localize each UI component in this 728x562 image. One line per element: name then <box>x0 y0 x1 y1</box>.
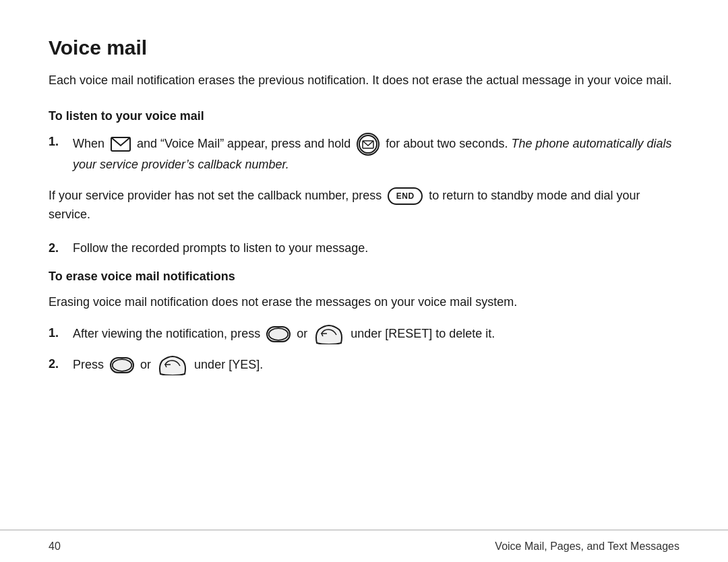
end-button-icon: END <box>388 187 423 205</box>
svg-point-4 <box>113 359 131 371</box>
svg-point-3 <box>269 328 288 340</box>
callback-paragraph: If your service provider has not set the… <box>49 187 679 224</box>
section2-heading: To erase voice mail notifications <box>49 270 679 284</box>
erase-step1-row: 1. After viewing the notification, press… <box>49 324 679 344</box>
erase-step1-content: After viewing the notification, press or <box>73 324 679 344</box>
erase-step1-number: 1. <box>49 324 67 343</box>
erase-step1-or: or <box>297 327 307 340</box>
arrow-button-icon-1 <box>313 324 344 344</box>
step2-number: 2. <box>49 239 67 258</box>
mail-envelope-icon <box>111 137 131 152</box>
mail-button-icon <box>357 133 380 156</box>
step1-content: When and “Voice Mail” appear, press and … <box>73 133 679 175</box>
footer-page-number: 40 <box>49 540 61 553</box>
soft-button-icon-1 <box>266 326 291 342</box>
step1-text-middle: and “Voice Mail” appear, press and hold <box>137 137 351 150</box>
step1-row: 1. When and “Voice Mail” appear, press a… <box>49 133 679 175</box>
section2: To erase voice mail notifications Erasin… <box>49 270 679 375</box>
step1-number: 1. <box>49 133 67 152</box>
soft-button-icon-2 <box>110 357 134 373</box>
erase-step2-row: 2. Press or under [ <box>49 355 679 375</box>
section1-heading: To listen to your voice mail <box>49 109 679 123</box>
step1-text-after: for about two seconds. <box>386 137 508 150</box>
intro-paragraph: Each voice mail notification erases the … <box>49 71 679 90</box>
erase-step1-after: under [RESET] to delete it. <box>351 327 495 340</box>
step2-row: 2. Follow the recorded prompts to listen… <box>49 239 679 258</box>
page-title: Voice mail <box>49 36 679 59</box>
callback-text-before: If your service provider has not set the… <box>49 189 382 202</box>
page: Voice mail Each voice mail notification … <box>0 0 728 562</box>
svg-point-1 <box>359 135 377 153</box>
erase-step2-content: Press or under [YES]. <box>73 355 679 375</box>
section1: To listen to your voice mail 1. When and… <box>49 109 679 175</box>
erase-step2-after: under [YES]. <box>194 358 263 371</box>
erase-step2-or: or <box>140 358 151 371</box>
step2-content: Follow the recorded prompts to listen to… <box>73 239 679 258</box>
step2-block: 2. Follow the recorded prompts to listen… <box>49 239 679 258</box>
step1-text-before: When <box>73 137 104 150</box>
footer: 40 Voice Mail, Pages, and Text Messages <box>0 530 728 562</box>
section2-intro: Erasing voice mail notification does not… <box>49 293 679 312</box>
footer-title: Voice Mail, Pages, and Text Messages <box>495 540 679 553</box>
erase-step1-before: After viewing the notification, press <box>73 327 260 340</box>
erase-step2-before: Press <box>73 358 104 371</box>
erase-step2-number: 2. <box>49 355 67 374</box>
arrow-button-icon-2 <box>157 355 188 375</box>
